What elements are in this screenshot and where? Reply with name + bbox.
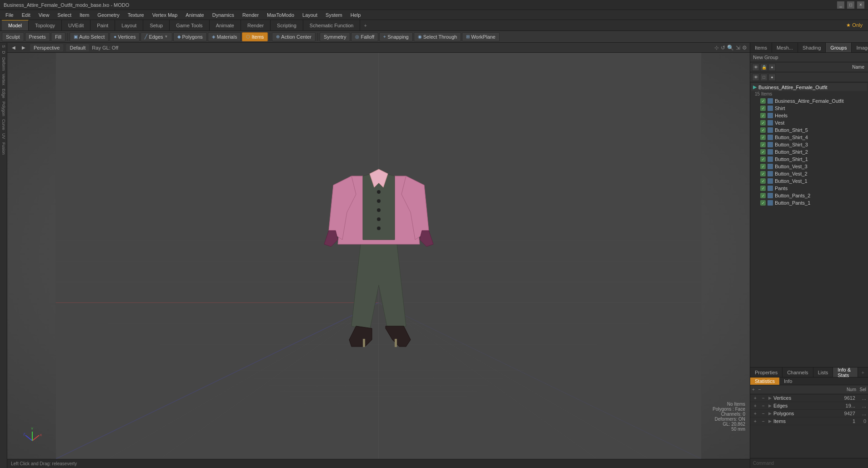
stats-minus-items[interactable]: − [760,419,767,424]
menu-dynamics[interactable]: Dynamics [209,11,238,19]
list-item[interactable]: ✓ Button_Shirt_2 [751,148,867,156]
tab-animate[interactable]: Animate [210,20,241,30]
list-item[interactable]: ✓ Vest [751,119,867,126]
perspective-dropdown[interactable]: Perspective [30,44,63,51]
stats-arrow-edges[interactable]: ▶ [768,403,772,408]
raygl-toggle[interactable]: Ray GL: Off [92,45,118,50]
tab-schematic[interactable]: Schematic Function [303,20,361,30]
stats-minus-edges[interactable]: − [760,403,767,408]
select-through-button[interactable]: ◉ Select Through [414,32,461,41]
action-center-button[interactable]: ⊕ Action Center [272,32,316,41]
items-render2-button[interactable]: ● [768,74,776,81]
items-eye2-button[interactable]: 👁 [752,74,759,81]
menu-help[interactable]: Help [347,11,365,19]
nav-back-button[interactable]: ◀ [10,45,17,50]
stats-row-vertices[interactable]: + − ▶ Vertices 9612 ... [750,394,868,402]
statistics-tab[interactable]: Statistics [750,377,779,385]
sidebar-item-fusion[interactable]: Fusion [1,141,6,156]
tab-items-panel[interactable]: Items [750,43,772,52]
menu-render[interactable]: Render [239,11,262,19]
menu-item[interactable]: Item [76,11,93,19]
tab-setup[interactable]: Setup [143,20,170,30]
stats-plus-polygons[interactable]: + [752,411,758,416]
list-item[interactable]: ✓ Button_Shirt_1 [751,156,867,163]
items-button[interactable]: ⬡ Items [242,32,268,41]
materials-button[interactable]: ◈ Materials [208,32,241,41]
menu-edit[interactable]: Edit [18,11,34,19]
fill-button[interactable]: Fill [51,32,65,41]
edges-button[interactable]: ╱ Edges ▼ [140,32,172,41]
stats-row-items[interactable]: + − ▶ Items 1 0 [750,418,868,425]
stats-row-polygons[interactable]: + − ▶ Polygons 9427 ... [750,410,868,418]
snapping-button[interactable]: ⌖ Snapping [379,32,413,41]
sidebar-item-vertex[interactable]: Vertex [1,72,6,87]
list-item[interactable]: ✓ Pants [751,185,867,192]
tab-images-panel[interactable]: Images [852,43,868,52]
list-item[interactable]: ✓ Button_Shirt_3 [751,141,867,148]
tab-properties[interactable]: Properties [750,367,783,377]
list-item[interactable]: ✓ Button_Vest_3 [751,163,867,170]
sidebar-item-d[interactable]: D [1,50,6,55]
add-tab-button[interactable]: + [360,20,370,30]
tab-uvedit[interactable]: UVEdit [62,20,90,30]
info-tab[interactable]: Info [779,377,797,385]
menu-geometry[interactable]: Geometry [94,11,123,19]
viewport-3d[interactable]: No Items Polygons : Face Channels: 0 Def… [7,53,750,459]
tab-model[interactable]: Model [2,20,29,30]
items-lock2-button[interactable]: □ [760,74,768,81]
list-item[interactable]: ✓ Button_Vest_1 [751,177,867,185]
stats-plus-edges[interactable]: + [752,403,758,408]
stats-plus-items[interactable]: + [752,419,758,424]
sidebar-item-edge[interactable]: Edge [1,87,6,100]
tab-lists[interactable]: Lists [813,367,833,377]
stats-arrow-vertices[interactable]: ▶ [768,396,772,400]
menu-layout[interactable]: Layout [299,11,321,19]
symmetry-button[interactable]: Symmetry [320,32,351,41]
menu-maxToModo[interactable]: MaxToModo [263,11,298,19]
sculpt-button[interactable]: Sculpt [2,32,24,41]
list-item[interactable]: ✓ Button_Shirt_5 [751,126,867,134]
close-button[interactable]: × [857,1,864,9]
stats-plus[interactable]: + [752,387,755,392]
auto-select-button[interactable]: ▣ Auto Select [70,32,109,41]
tab-shading-panel[interactable]: Shading [798,43,826,52]
stats-arrow-polygons[interactable]: ▶ [768,411,772,416]
tab-game-tools[interactable]: Game Tools [170,20,210,30]
stats-plus-vertices[interactable]: + [752,396,758,401]
workplane-button[interactable]: ⊞ WorkPlane [462,32,500,41]
viewport-icon-3[interactable]: 🔍 [727,45,734,51]
tab-layout[interactable]: Layout [115,20,143,30]
stats-row-edges[interactable]: + − ▶ Edges 19... ... [750,402,868,410]
sidebar-item-s[interactable]: S [1,44,6,49]
sidebar-item-uv[interactable]: UV [1,132,6,141]
viewport-icon-5[interactable]: ⚙ [742,45,747,51]
tab-paint[interactable]: Paint [90,20,115,30]
tab-render[interactable]: Render [241,20,271,30]
items-render-button[interactable]: ● [768,64,776,71]
viewport-icon-4[interactable]: ⇲ [736,45,740,51]
minimize-button[interactable]: _ [837,1,844,9]
stats-minus-polygons[interactable]: − [760,411,767,416]
viewport-icon-1[interactable]: ⊹ [714,45,719,51]
items-group-header[interactable]: ▶ Business_Attire_Female_Outfit [751,83,867,91]
list-item[interactable]: ✓ Button_Pants_1 [751,199,867,206]
tab-groups-panel[interactable]: Groups [826,43,852,52]
add-bottom-tab-button[interactable]: + [858,367,868,377]
sidebar-item-curve[interactable]: Curve [1,118,6,131]
sidebar-item-polygon[interactable]: Polygon [1,100,6,118]
list-item[interactable]: ✓ Button_Vest_2 [751,170,867,177]
list-item[interactable]: ✓ Heels [751,112,867,119]
tab-info-stats[interactable]: Info & Stats [833,367,858,377]
polygons-button[interactable]: ◆ Polygons [173,32,207,41]
items-lock-button[interactable]: 🔒 [760,64,768,71]
menu-system[interactable]: System [322,11,346,19]
tab-channels[interactable]: Channels [783,367,813,377]
items-eye-button[interactable]: 👁 [752,64,759,71]
nav-forward-button[interactable]: ▶ [20,45,27,50]
menu-file[interactable]: File [2,11,17,19]
sidebar-item-deform[interactable]: Deform [1,56,6,72]
stats-minus-vertices[interactable]: − [760,396,767,401]
falloff-button[interactable]: ◎ Falloff [351,32,378,41]
vertices-button[interactable]: ● Vertices [110,32,140,41]
tab-topology[interactable]: Topology [29,20,62,30]
